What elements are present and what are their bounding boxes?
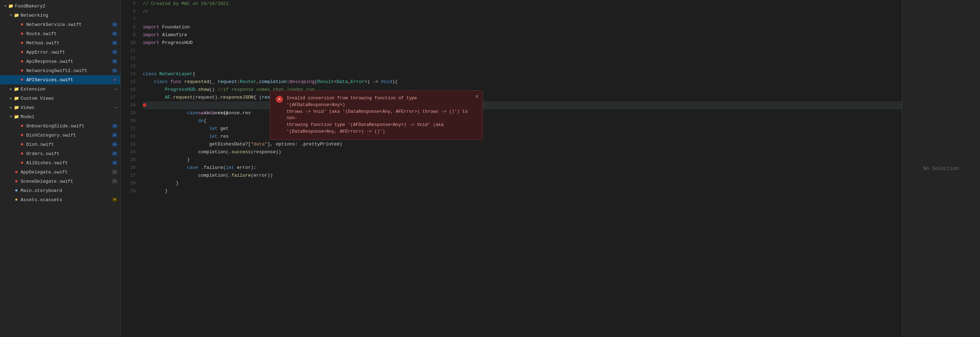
line-number: 26 <box>124 164 136 172</box>
sidebar-item-networking[interactable]: ▼ 📁 Networking <box>0 11 120 20</box>
line-number: 23 <box>124 141 136 148</box>
swift-file-icon: ■ <box>19 160 25 166</box>
sidebar-item-apperror[interactable]: ▶ ■ AppError.swift A <box>0 47 120 57</box>
badge-A: A <box>112 152 118 156</box>
sidebar-item-mainstoryboard[interactable]: ▶ ■ Main.storyboard <box>0 186 120 195</box>
folder-icon: 📁 <box>13 114 19 120</box>
line-number: 12 <box>124 55 136 62</box>
sidebar-item-networkingswift2[interactable]: ▶ ■ NetworkingSwift2.swift A <box>0 66 120 75</box>
sidebar-item-label: Model <box>21 114 35 120</box>
code-line-28: } <box>143 179 902 187</box>
badge-A: A <box>112 50 118 54</box>
sidebar-item-label: FoodBakery2 <box>15 3 45 9</box>
sidebar-item-label: AppDelegate.swift <box>21 169 68 175</box>
sidebar-item-route[interactable]: ▶ ■ Route.swift A <box>0 29 120 38</box>
chevron-right-icon: ▶ <box>8 87 13 91</box>
badge-A: A <box>112 124 118 128</box>
error-close-button[interactable]: ✕ <box>475 93 479 99</box>
line-number: 25 <box>124 156 136 164</box>
badge-Q: ? <box>112 170 118 174</box>
sidebar-item-label: Networking <box>21 13 48 18</box>
sidebar-item-views[interactable]: ▶ 📁 Views — <box>0 103 120 112</box>
sidebar-item-label: Orders.swift <box>26 151 60 157</box>
sidebar-item-customviews[interactable]: ▶ 📁 Custom Views <box>0 93 120 103</box>
error-line-4: '(DataResponse<Any, AFError>) -> ()') <box>286 128 470 135</box>
sidebar-item-onboardingslide[interactable]: ▶ ■ OnboardingSlide.swift A <box>0 121 120 131</box>
badge-A: A <box>112 22 118 27</box>
sidebar-item-foodbakery2[interactable]: ▼ 📁 FoodBakery2 <box>0 2 120 11</box>
sidebar-item-label: AppError.swift <box>26 50 65 55</box>
code-line-25: } <box>143 156 902 164</box>
swift-file-icon: ■ <box>19 142 25 147</box>
line-number: 19 <box>124 109 136 117</box>
code-line-11 <box>143 47 902 55</box>
sidebar-item-label: Views <box>21 105 35 110</box>
dash-badge: — <box>115 104 118 110</box>
badge-A: A <box>112 142 118 147</box>
badge-A: A <box>112 133 118 137</box>
sidebar-item-extension[interactable]: ▶ 📁 Extension — <box>0 84 120 93</box>
code-line-20: do{ <box>143 117 902 125</box>
line-number: 27 <box>124 172 136 179</box>
code-line-10: import ProgressHUD <box>143 39 902 47</box>
code-line-17: AF.request(request).responseJSON{ (respo… <box>143 93 902 101</box>
line-number: 10 <box>124 39 136 47</box>
chevron-right-icon: ▶ <box>8 96 13 100</box>
line-number: 24 <box>124 148 136 156</box>
sidebar-item-dishcategory[interactable]: ▶ ■ DishCategory.swift A <box>0 131 120 140</box>
sidebar-item-label: DishCategory.swift <box>26 133 76 138</box>
code-line-5: // Created by MAC on 10/10/2021. <box>143 0 902 8</box>
sidebar-item-apiresponse[interactable]: ▶ ■ ApiResponse.swift A <box>0 57 120 66</box>
badge-A: A <box>112 41 118 45</box>
sidebar-item-model[interactable]: ▼ 📁 Model <box>0 112 120 121</box>
swift-file-icon: ■ <box>13 169 19 175</box>
folder-icon: 📁 <box>13 13 19 18</box>
line-number: 29 <box>124 187 136 195</box>
error-message: Invalid conversion from throwing functio… <box>286 95 470 135</box>
code-content[interactable]: // Created by MAC on 10/10/2021. // impo… <box>138 0 902 337</box>
sidebar-item-method[interactable]: ▶ ■ Method.swift A <box>0 38 120 47</box>
badge-M: M <box>112 198 118 202</box>
line-number: 17 <box>124 93 136 101</box>
sidebar-item-label: Dish.swift <box>26 142 54 147</box>
sidebar-item-label: Route.swift <box>26 31 57 36</box>
swift-file-icon: ■ <box>19 123 25 129</box>
sidebar-item-label: OnboardingSlide.swift <box>26 123 84 129</box>
line-number: 28 <box>124 179 136 187</box>
sidebar-item-label: Method.swift <box>26 40 60 46</box>
line-number: 7 <box>124 16 136 24</box>
sidebar-item-xcassets[interactable]: ▶ ■ Assets.xcassets M <box>0 195 120 204</box>
chevron-right-icon: ▶ <box>8 105 13 110</box>
code-line-27: completion(.failure(error)) <box>143 172 902 179</box>
code-editor: 5 6 7 8 9 10 11 12 13 14 15 16 17 18 19 … <box>121 0 902 337</box>
sidebar-item-label: Main.storyboard <box>21 188 62 193</box>
error-circle-icon: ✕ <box>276 96 283 103</box>
line-number: 15 <box>124 78 136 86</box>
line-number: 9 <box>124 31 136 39</box>
badge-A: A <box>112 68 118 73</box>
storyboard-file-icon: ■ <box>13 188 19 193</box>
sidebar-item-dish[interactable]: ▶ ■ Dish.swift A <box>0 140 120 149</box>
xcassets-file-icon: ■ <box>13 197 19 203</box>
swift-file-icon: ■ <box>19 68 25 73</box>
line-number: 21 <box>124 125 136 133</box>
swift-file-icon: ■ <box>19 77 25 83</box>
code-line-26: case .failure(let error): <box>143 164 902 172</box>
line-number: 8 <box>124 24 136 31</box>
code-line-6: // <box>143 8 902 16</box>
sidebar-item-appdelegate[interactable]: ▶ ■ AppDelegate.swift ? <box>0 168 120 177</box>
swift-file-icon: ■ <box>19 59 25 64</box>
badge-A: A <box>112 78 118 82</box>
sidebar-item-scenedelegate[interactable]: ▶ ■ SceneDelegate.swift ? <box>0 177 120 186</box>
code-line-23: getDishesData?["data"], options: .pretty… <box>143 141 902 148</box>
code-line-21: let get <box>143 125 902 133</box>
sidebar-item-networkservice[interactable]: ▶ ■ NetworkService.swift A <box>0 20 120 29</box>
line-number: 22 <box>124 133 136 141</box>
error-line-3: throwing function type '(AFDataResponse<… <box>286 122 470 128</box>
sidebar-item-apiservices[interactable]: ▶ ■ APIServices.swift A <box>0 75 120 84</box>
sidebar-item-alldishes[interactable]: ▶ ■ AllDishes.swift A <box>0 158 120 168</box>
sidebar-item-orders[interactable]: ▶ ■ Orders.swift A <box>0 149 120 158</box>
code-line-14: class NetworkLayer{ <box>143 70 902 78</box>
badge-A: A <box>112 161 118 165</box>
error-line-1: Invalid conversion from throwing functio… <box>286 95 470 109</box>
